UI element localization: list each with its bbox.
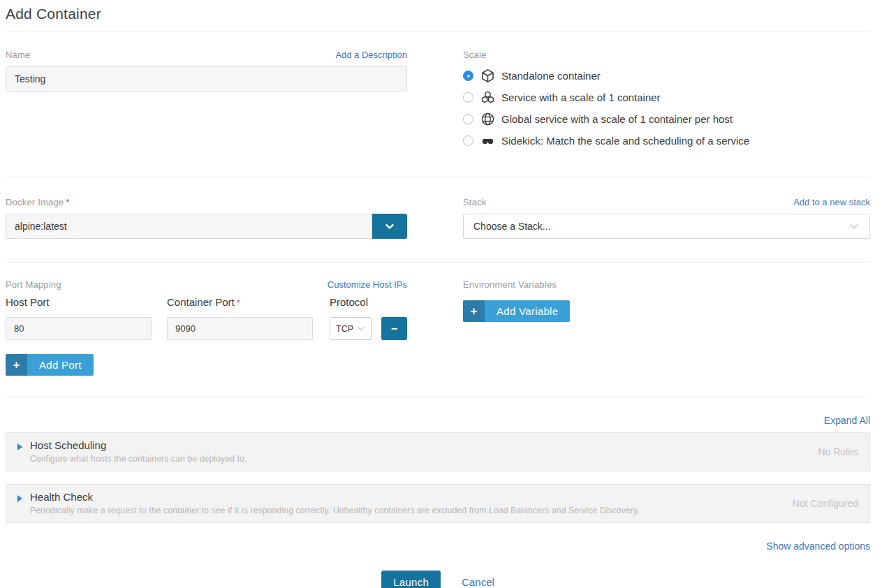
page-title: Add Container: [6, 0, 870, 31]
radio-selected[interactable]: [463, 71, 473, 81]
expander-triangle-icon: [17, 443, 22, 450]
status-badge: No Rules: [818, 446, 858, 457]
environment-column: Environment Variables + Add Variable: [463, 279, 870, 376]
docker-image-input[interactable]: [6, 214, 372, 239]
scale-column: Scale Standalone container: [463, 50, 870, 152]
minus-icon: −: [391, 323, 397, 335]
add-container-form: Add Container Name Add a Description Sca…: [0, 0, 882, 588]
stack-column: Stack Add to a new stack Choose a Stack.…: [463, 197, 870, 239]
port-mapping-column: Port Mapping Customize Host IPs Host Por…: [6, 279, 407, 376]
health-check-accordion[interactable]: Health Check Periodically make a request…: [6, 484, 870, 523]
name-column: Name Add a Description: [6, 50, 407, 152]
add-port-button[interactable]: + Add Port: [6, 354, 94, 376]
add-description-link[interactable]: Add a Description: [335, 50, 407, 60]
plus-icon: +: [6, 354, 27, 376]
protocol-select[interactable]: TCP: [330, 317, 372, 340]
name-scale-section: Name Add a Description Scale Standalone …: [6, 31, 870, 177]
service-cubes-icon: [480, 90, 495, 105]
image-stack-section: Docker Image* Stack Add to a new stack: [6, 177, 870, 262]
customize-host-ips-link[interactable]: Customize Host IPs: [328, 279, 407, 290]
container-port-label: Container Port*: [167, 296, 313, 308]
stack-select[interactable]: Choose a Stack...: [463, 214, 870, 239]
radio-unselected[interactable]: [463, 92, 473, 103]
accordion-description: Periodically make a request to the conta…: [30, 506, 779, 515]
scale-option-label: Standalone container: [501, 70, 601, 82]
scale-option-sidekick[interactable]: Sidekick: Match the scale and scheduling…: [463, 130, 870, 152]
plus-icon: +: [463, 300, 485, 322]
cube-icon: [480, 68, 495, 83]
expander-triangle-icon: [17, 495, 22, 502]
chevron-down-icon: [356, 324, 365, 333]
name-input[interactable]: [6, 66, 407, 91]
accordion-title: Host Scheduling: [30, 439, 804, 451]
add-port-button-label: Add Port: [27, 354, 94, 376]
protocol-field-group: Protocol TCP −: [330, 296, 407, 340]
docker-image-label: Docker Image*: [6, 197, 70, 207]
radio-unselected[interactable]: [463, 135, 473, 146]
stack-label: Stack: [463, 197, 487, 207]
add-variable-button-label: Add Variable: [485, 300, 570, 322]
expand-all-link[interactable]: Expand All: [824, 415, 870, 426]
container-port-input[interactable]: [167, 317, 313, 340]
ports-env-section: Port Mapping Customize Host IPs Host Por…: [6, 263, 870, 397]
chevron-down-icon: [383, 220, 396, 233]
scale-label: Scale: [463, 50, 487, 60]
globe-icon: [480, 112, 495, 126]
add-new-stack-link[interactable]: Add to a new stack: [793, 197, 870, 207]
chevron-down-icon: [848, 221, 860, 232]
required-mark: *: [66, 197, 69, 207]
environment-variables-label: Environment Variables: [463, 279, 557, 290]
scale-option-service[interactable]: Service with a scale of 1 container: [463, 87, 870, 108]
add-variable-button[interactable]: + Add Variable: [463, 300, 570, 322]
required-mark: *: [237, 297, 240, 308]
show-advanced-options-link[interactable]: Show advanced options: [766, 541, 870, 552]
docker-image-column: Docker Image*: [6, 197, 407, 239]
scale-option-label: Sidekick: Match the scale and scheduling…: [501, 135, 749, 147]
launch-button[interactable]: Launch: [381, 571, 441, 588]
radio-unselected[interactable]: [463, 114, 473, 124]
container-port-field-group: Container Port*: [167, 296, 313, 340]
footer-actions: Launch Cancel: [6, 571, 870, 588]
stack-select-value: Choose a Stack...: [473, 221, 551, 232]
sidekick-mask-icon: [480, 133, 495, 148]
host-scheduling-accordion[interactable]: Host Scheduling Configure what hosts the…: [6, 432, 870, 471]
host-port-label: Host Port: [6, 296, 152, 308]
host-port-field-group: Host Port: [6, 296, 152, 340]
cancel-link[interactable]: Cancel: [462, 576, 494, 588]
status-badge: Not Configured: [793, 498, 858, 509]
image-dropdown-button[interactable]: [372, 214, 407, 239]
scale-option-global[interactable]: Global service with a scale of 1 contain…: [463, 108, 870, 130]
port-mapping-label: Port Mapping: [6, 279, 61, 290]
protocol-select-value: TCP: [336, 324, 353, 334]
accordion-title: Health Check: [30, 491, 779, 503]
protocol-label: Protocol: [330, 296, 407, 308]
scale-option-label: Service with a scale of 1 container: [501, 91, 661, 103]
accordion-description: Configure what hosts the containers can …: [30, 454, 804, 464]
name-label: Name: [6, 50, 30, 60]
scale-option-standalone[interactable]: Standalone container: [463, 65, 870, 87]
remove-port-button[interactable]: −: [381, 317, 407, 340]
scale-option-label: Global service with a scale of 1 contain…: [501, 113, 733, 125]
host-port-input[interactable]: [6, 317, 152, 340]
